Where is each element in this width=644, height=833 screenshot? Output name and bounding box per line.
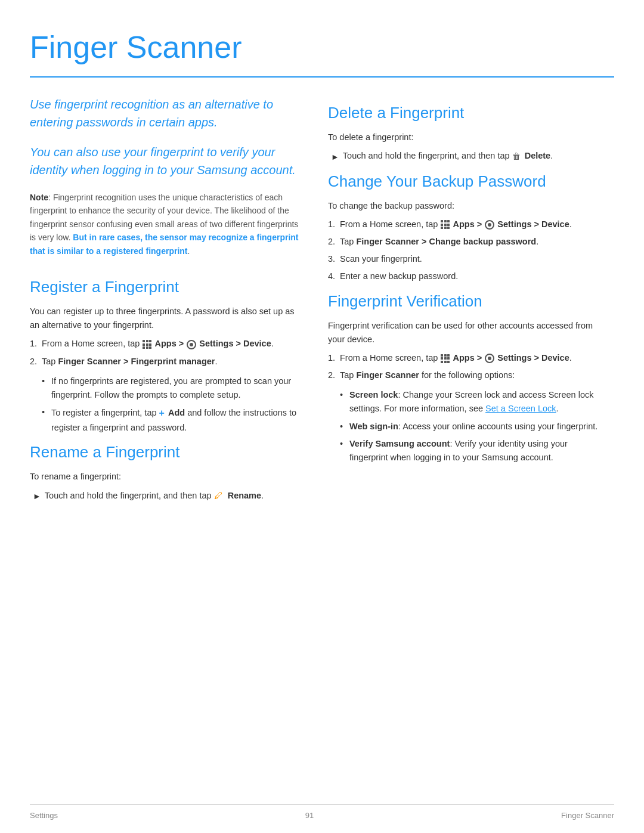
verification-bullets: Screen lock: Change your Screen lock and…	[328, 388, 602, 465]
change-backup-step-3: 3. Scan your fingerprint.	[328, 252, 602, 266]
footer-center: 91	[305, 810, 314, 822]
footer: Settings 91 Finger Scanner	[30, 804, 614, 822]
footer-right: Finger Scanner	[561, 810, 614, 822]
register-bullet-2: To register a fingerprint, tap + Add and…	[42, 405, 304, 435]
change-backup-steps: 1. From a Home screen, tap Apps > Settin…	[328, 218, 602, 284]
verification-bullet-screen-lock: Screen lock: Change your Screen lock and…	[340, 388, 602, 416]
verification-title: Fingerprint Verification	[328, 290, 602, 313]
delete-arrow-text: Touch and hold the fingerprint, and then…	[343, 149, 553, 163]
change-backup-intro: To change the backup password:	[328, 199, 602, 213]
change-backup-step-1: 1. From a Home screen, tap Apps > Settin…	[328, 218, 602, 231]
page-title: Finger Scanner	[30, 24, 614, 78]
note-block: Note: Fingerprint recognition uses the u…	[30, 191, 304, 258]
screen-lock-link[interactable]: Set a Screen Lock	[485, 404, 556, 413]
register-step-2: 2. Tap Finger Scanner > Fingerprint mana…	[30, 355, 304, 368]
verification-step-1: 1. From a Home screen, tap Apps > Settin…	[328, 351, 602, 365]
delete-intro: To delete a fingerprint:	[328, 131, 602, 144]
register-intro: You can register up to three fingerprint…	[30, 305, 304, 332]
register-step-1: 1. From a Home screen, tap Apps > Settin…	[30, 337, 304, 351]
intro-text-2: You can also use your fingerprint to ver…	[30, 143, 304, 179]
delete-arrow-item: ► Touch and hold the fingerprint, and th…	[328, 149, 602, 163]
register-bullets: If no fingerprints are registered, you a…	[30, 374, 304, 435]
footer-left: Settings	[30, 810, 58, 822]
apps-icon-1	[143, 340, 151, 349]
verification-step-2: 2. Tap Finger Scanner for the following …	[328, 368, 602, 382]
verification-steps: 1. From a Home screen, tap Apps > Settin…	[328, 351, 602, 382]
settings-icon-3	[485, 354, 494, 363]
delete-title: Delete a Fingerprint	[328, 101, 602, 125]
verification-intro: Fingerprint verification can be used for…	[328, 319, 602, 346]
rename-arrow-item: ► Touch and hold the fingerprint, and th…	[30, 488, 304, 503]
right-column: Delete a Fingerprint To delete a fingerp…	[328, 95, 602, 506]
plus-icon: +	[159, 405, 165, 421]
rename-title: Rename a Fingerprint	[30, 441, 304, 464]
verification-bullet-verify-samsung: Verify Samsung account: Verify your iden…	[340, 437, 602, 465]
arrow-icon-rename: ►	[33, 490, 41, 503]
register-title: Register a Fingerprint	[30, 275, 304, 299]
change-backup-step-2: 2. Tap Finger Scanner > Change backup pa…	[328, 235, 602, 249]
note-bold-blue: But in rare cases, the sensor may recogn…	[30, 233, 298, 255]
apps-icon-2	[441, 220, 450, 229]
settings-icon-2	[485, 220, 494, 230]
left-column: Use fingerprint recognition as an altern…	[30, 95, 304, 506]
note-label: Note	[30, 193, 48, 202]
register-bullet-1: If no fingerprints are registered, you a…	[42, 374, 304, 402]
apps-icon-3	[441, 354, 450, 363]
settings-icon-1	[187, 340, 196, 349]
rename-icon: 🖊	[214, 490, 223, 500]
intro-text-1: Use fingerprint recognition as an altern…	[30, 95, 304, 131]
delete-icon: 🗑	[512, 150, 521, 163]
change-backup-title: Change Your Backup Password	[328, 170, 602, 193]
arrow-icon-delete: ►	[331, 150, 339, 163]
rename-intro: To rename a fingerprint:	[30, 470, 304, 484]
note-end: .	[188, 246, 190, 256]
register-steps: 1. From a Home screen, tap Apps > Settin…	[30, 337, 304, 368]
rename-arrow-text: Touch and hold the fingerprint, and then…	[45, 488, 264, 503]
verification-bullet-web-signin: Web sign-in: Access your online accounts…	[340, 420, 602, 433]
change-backup-step-4: 4. Enter a new backup password.	[328, 270, 602, 283]
